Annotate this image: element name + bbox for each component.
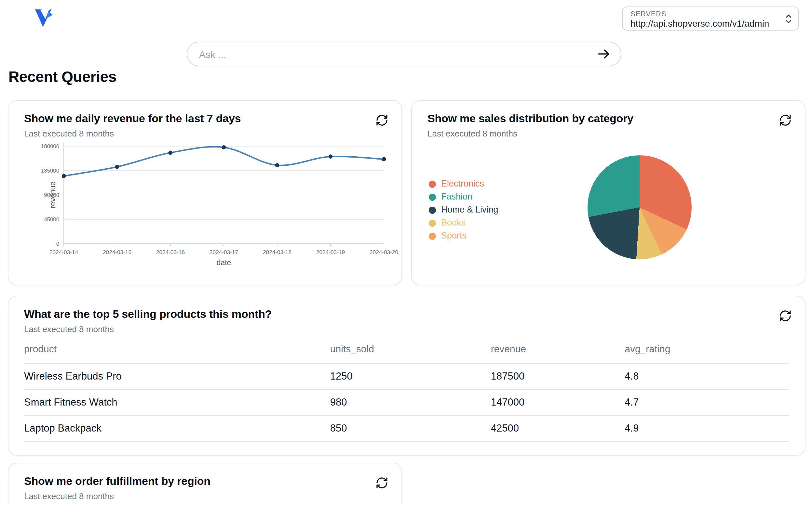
table-cell: 850	[330, 415, 491, 442]
card-header: Show me daily revenue for the last 7 day…	[24, 113, 360, 138]
query-title: Show me order fulfillment by region	[24, 475, 360, 488]
table-cell: 42500	[491, 415, 625, 442]
legend-swatch	[429, 206, 436, 213]
top-products-table: productunits_soldrevenueavg_rating Wirel…	[24, 338, 789, 442]
table-row: Wireless Earbuds Pro12501875004.8	[24, 364, 789, 390]
legend-swatch	[429, 193, 436, 200]
column-header: avg_rating	[624, 338, 789, 364]
table-row: Laptop Backpack850425004.9	[24, 415, 789, 442]
svg-text:2024-03-14: 2024-03-14	[49, 249, 78, 256]
column-header: product	[24, 338, 330, 364]
app-logo	[31, 6, 54, 30]
refresh-icon	[779, 114, 792, 127]
app-viewport: SERVERS http://api.shopverse.com/v1/admi…	[0, 0, 812, 505]
svg-text:2024-03-19: 2024-03-19	[316, 249, 345, 256]
table-cell: Smart Fitness Watch	[24, 390, 330, 415]
legend-item[interactable]: Electronics	[429, 179, 498, 189]
arrow-right-icon	[596, 46, 612, 62]
legend-swatch	[429, 232, 436, 239]
legend-label: Books	[441, 218, 466, 228]
legend-item[interactable]: Home & Living	[429, 205, 498, 215]
servers-label: SERVERS	[630, 10, 779, 18]
page-title: Recent Queries	[8, 68, 116, 86]
card-sales-distribution: Show me sales distribution by category L…	[411, 100, 806, 285]
table-row: Smart Fitness Watch9801470004.7	[24, 390, 789, 415]
table-cell: Wireless Earbuds Pro	[24, 364, 330, 390]
servers-select[interactable]: SERVERS http://api.shopverse.com/v1/admi…	[622, 6, 799, 30]
refresh-icon	[375, 476, 388, 489]
pie-legend: ElectronicsFashionHome & LivingBooksSpor…	[429, 179, 498, 244]
query-title: Show me sales distribution by category	[428, 113, 763, 126]
table-cell: 980	[330, 390, 491, 415]
card-header: Show me sales distribution by category L…	[428, 113, 763, 138]
svg-text:0: 0	[56, 241, 59, 247]
svg-text:45000: 45000	[44, 216, 59, 222]
column-header: revenue	[491, 338, 625, 364]
refresh-button[interactable]	[373, 474, 391, 492]
ask-input[interactable]	[198, 48, 593, 60]
table-cell: Laptop Backpack	[24, 415, 330, 442]
table-cell: 1250	[330, 364, 491, 390]
svg-text:2024-03-15: 2024-03-15	[103, 249, 131, 256]
legend-label: Home & Living	[441, 205, 498, 215]
legend-item[interactable]: Books	[429, 218, 498, 228]
servers-value: http://api.shopverse.com/v1/admin	[630, 18, 779, 29]
table-header-row: productunits_soldrevenueavg_rating	[24, 338, 789, 364]
query-title: What are the top 5 selling products this…	[24, 308, 763, 321]
refresh-button[interactable]	[776, 307, 794, 325]
query-subtitle: Last executed 8 months	[24, 129, 360, 138]
legend-swatch	[429, 180, 436, 187]
ask-submit-button[interactable]	[593, 43, 614, 64]
refresh-icon	[375, 114, 388, 127]
refresh-icon	[779, 309, 792, 322]
legend-item[interactable]: Fashion	[429, 192, 498, 202]
legend-label: Electronics	[441, 179, 484, 189]
card-order-fulfillment: Show me order fulfillment by region Last…	[8, 463, 402, 505]
refresh-button[interactable]	[373, 111, 391, 129]
table-cell: 4.8	[624, 364, 789, 390]
ask-search-bar	[187, 42, 621, 66]
svg-text:180000: 180000	[41, 143, 59, 150]
card-header: What are the top 5 selling products this…	[24, 308, 763, 334]
card-top-products: What are the top 5 selling products this…	[8, 296, 806, 456]
card-daily-revenue: Show me daily revenue for the last 7 day…	[8, 100, 402, 285]
legend-item[interactable]: Sports	[429, 231, 498, 241]
category-pie-chart	[588, 155, 692, 259]
legend-swatch	[429, 219, 436, 226]
card-header: Show me order fulfillment by region Last…	[24, 475, 360, 501]
table-cell: 4.7	[624, 390, 789, 415]
query-subtitle: Last executed 8 months	[428, 129, 763, 138]
query-subtitle: Last executed 8 months	[24, 324, 763, 334]
legend-label: Sports	[441, 231, 467, 241]
revenue-line-chart: 045000900001350001800002024-03-142024-03…	[8, 138, 401, 269]
svg-text:2024-03-20: 2024-03-20	[370, 249, 398, 256]
select-chevrons-icon	[784, 12, 793, 25]
svg-text:2024-03-17: 2024-03-17	[210, 249, 238, 256]
svg-text:2024-03-18: 2024-03-18	[263, 249, 292, 256]
query-title: Show me daily revenue for the last 7 day…	[24, 113, 360, 126]
query-subtitle: Last executed 8 months	[24, 491, 360, 501]
refresh-button[interactable]	[776, 111, 794, 129]
svg-text:date: date	[217, 259, 231, 267]
svg-text:2024-03-16: 2024-03-16	[156, 249, 185, 256]
svg-text:135000: 135000	[41, 168, 59, 174]
table-cell: 147000	[491, 390, 625, 415]
table-cell: 4.9	[624, 415, 789, 442]
column-header: units_sold	[330, 338, 491, 364]
svg-text:revenue: revenue	[48, 181, 57, 208]
legend-label: Fashion	[441, 192, 472, 202]
table-cell: 187500	[491, 364, 625, 390]
